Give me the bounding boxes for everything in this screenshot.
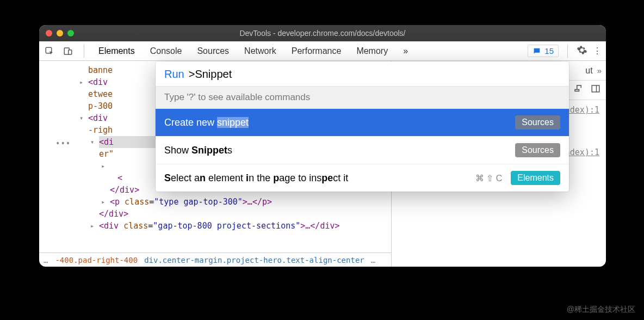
tab-memory[interactable]: Memory	[352, 46, 392, 56]
close-icon[interactable]	[46, 30, 52, 36]
command-category-pill: Elements	[511, 171, 560, 185]
command-item-show-snippets[interactable]: Show Snippets Sources	[156, 137, 569, 164]
command-menu: Run > Type '?' to see available commands…	[156, 61, 569, 192]
gear-icon[interactable]	[577, 45, 587, 58]
breadcrumb[interactable]: … -400.pad-right-400 div.center-margin.p…	[39, 253, 391, 267]
crumb-overflow-left[interactable]: …	[44, 256, 48, 264]
tab-sources[interactable]: Sources	[193, 46, 233, 56]
devtools-window: DevTools - developer.chrome.com/docs/dev…	[39, 25, 606, 267]
styles-overflow-icon[interactable]: »	[597, 66, 602, 75]
titlebar: DevTools - developer.chrome.com/docs/dev…	[39, 25, 606, 41]
keyboard-shortcut: ⌘ ⇧ C	[475, 173, 502, 183]
kebab-icon[interactable]: ⋮	[593, 46, 602, 56]
crumb-1[interactable]: -400.pad-right-400	[55, 256, 138, 264]
command-run-label: Run	[164, 68, 184, 81]
svg-rect-3	[592, 85, 599, 92]
command-category-pill: Sources	[515, 115, 560, 130]
command-prefix: >	[189, 68, 195, 81]
tab-console[interactable]: Console	[146, 46, 187, 56]
inspect-icon[interactable]	[44, 45, 55, 57]
watermark: @稀土掘金技术社区	[567, 305, 635, 315]
zoom-icon[interactable]	[67, 30, 74, 36]
command-category-pill: Sources	[515, 143, 560, 157]
minimize-icon[interactable]	[57, 30, 63, 36]
issues-count: 15	[544, 46, 554, 56]
tab-network[interactable]: Network	[240, 46, 281, 56]
command-input[interactable]	[195, 68, 560, 81]
main-toolbar: Elements Console Sources Network Perform…	[39, 41, 606, 61]
command-hint: Type '?' to see available commands	[156, 86, 569, 109]
crumb-overflow-right[interactable]: …	[371, 256, 376, 264]
traffic-lights	[46, 30, 74, 36]
separator	[567, 45, 568, 58]
window-title: DevTools - developer.chrome.com/docs/dev…	[39, 29, 606, 38]
tab-elements[interactable]: Elements	[94, 46, 139, 56]
command-item-select-element[interactable]: Select an element in the page to inspect…	[156, 164, 569, 192]
sidebar-toggle-icon[interactable]	[591, 84, 600, 96]
brush-icon[interactable]	[573, 84, 583, 96]
styles-tab-fragment[interactable]: ut	[585, 66, 592, 76]
command-input-row[interactable]: Run >	[156, 61, 569, 86]
issues-badge[interactable]: 15	[528, 45, 559, 57]
device-icon[interactable]	[62, 45, 74, 57]
command-item-create-snippet[interactable]: Create new snippet Sources	[156, 109, 569, 137]
crumb-2[interactable]: div.center-margin.project-hero.text-alig…	[144, 256, 364, 264]
tabs-overflow-icon[interactable]: »	[399, 46, 412, 56]
svg-rect-2	[69, 50, 72, 54]
separator	[84, 45, 84, 58]
tab-performance[interactable]: Performance	[287, 46, 346, 56]
